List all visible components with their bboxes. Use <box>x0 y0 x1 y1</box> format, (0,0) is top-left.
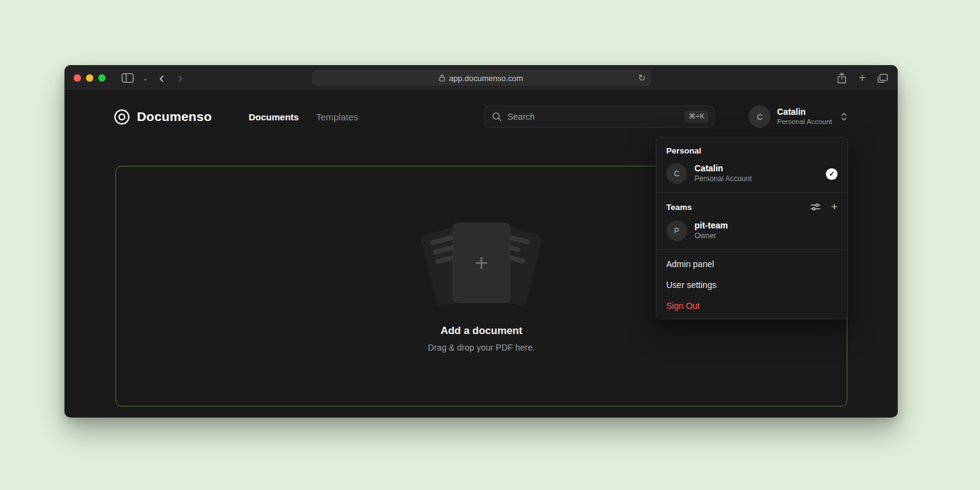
share-icon <box>837 72 847 84</box>
menu-item-admin-panel[interactable]: Admin panel <box>656 254 847 274</box>
chevron-up-down-icon <box>841 112 847 122</box>
dropzone-title: Add a document <box>440 325 522 337</box>
team-role: Owner <box>694 231 728 241</box>
nav-documents[interactable]: Documents <box>249 112 299 122</box>
account-name: Catalin <box>777 107 832 117</box>
sidebar-toggle-button[interactable] <box>122 73 134 83</box>
personal-section-label: Personal <box>656 140 847 159</box>
personal-account-name: Catalin <box>694 163 752 174</box>
documenso-logo-icon <box>114 109 130 125</box>
personal-account-subtitle: Personal Account <box>694 174 752 184</box>
zoom-window-button[interactable] <box>98 74 106 82</box>
brand-name: Documenso <box>137 109 212 124</box>
app-page: Documenso Documents Templates ⌘+K C Cata… <box>64 91 898 417</box>
selected-check-icon: ✓ <box>826 168 838 180</box>
team-avatar: P <box>666 220 687 241</box>
menu-item-sign-out[interactable]: Sign Out <box>656 295 847 316</box>
search-shortcut-badge: ⌘+K <box>685 111 709 123</box>
teams-section-label: Teams <box>666 203 692 212</box>
sidebar-icon <box>122 73 134 83</box>
menu-item-user-settings[interactable]: User settings <box>656 274 847 295</box>
team-name: pit-team <box>694 220 728 231</box>
illustration-card-center: + <box>453 223 510 303</box>
address-bar[interactable]: app.documenso.com ↻ <box>312 70 651 86</box>
personal-account-avatar: C <box>666 163 687 184</box>
search-icon <box>492 112 502 122</box>
minimize-window-button[interactable] <box>86 74 93 82</box>
nav-templates[interactable]: Templates <box>316 112 358 122</box>
sliders-icon <box>811 202 820 212</box>
personal-account-text: Catalin Personal Account <box>694 163 752 184</box>
traffic-lights <box>74 65 106 91</box>
sidebar-dropdown-caret[interactable]: ⌄ <box>142 75 148 82</box>
toolbar-nav-cluster: ⌄ ‹ › <box>122 65 185 91</box>
manage-teams-button[interactable] <box>811 202 820 212</box>
tab-overview-button[interactable] <box>877 74 888 83</box>
account-type: Personal Account <box>777 117 832 126</box>
back-button[interactable]: ‹ <box>157 71 166 85</box>
account-avatar: C <box>749 106 771 128</box>
plus-icon: + <box>475 251 488 274</box>
dropzone-subtitle: Drag & drop your PDF here. <box>428 343 535 352</box>
app-header: Documenso Documents Templates ⌘+K C Cata… <box>114 104 847 129</box>
account-text: Catalin Personal Account <box>777 107 832 126</box>
browser-toolbar: ⌄ ‹ › app.documenso.com ↻ + <box>64 65 898 91</box>
team-item[interactable]: P pit-team Owner <box>656 216 847 246</box>
toolbar-right-cluster: + <box>837 65 888 91</box>
account-menu-button[interactable]: C Catalin Personal Account <box>749 106 847 128</box>
menu-divider <box>656 249 847 250</box>
close-window-button[interactable] <box>74 74 81 82</box>
tabs-icon <box>877 74 888 83</box>
account-dropdown-menu: Personal C Catalin Personal Account ✓ Te… <box>656 137 848 319</box>
main-nav: Documents Templates <box>249 112 358 122</box>
share-button[interactable] <box>837 72 847 84</box>
browser-window: ⌄ ‹ › app.documenso.com ↻ + <box>64 65 898 418</box>
add-team-button[interactable]: + <box>831 201 838 212</box>
teams-actions: + <box>811 201 838 212</box>
menu-divider <box>656 192 847 193</box>
forward-button[interactable]: › <box>175 71 185 85</box>
reload-button[interactable]: ↻ <box>638 72 646 84</box>
personal-account-item[interactable]: C Catalin Personal Account ✓ <box>656 159 847 189</box>
brand-home-link[interactable]: Documenso <box>114 109 212 125</box>
search-box[interactable]: ⌘+K <box>484 106 714 128</box>
documents-illustration: + <box>417 220 546 311</box>
lock-icon <box>439 74 445 82</box>
url-text: app.documenso.com <box>449 74 523 83</box>
team-text: pit-team Owner <box>694 220 728 241</box>
teams-section-header: Teams + <box>656 196 847 216</box>
search-input[interactable] <box>507 112 684 122</box>
new-tab-button[interactable]: + <box>858 71 866 85</box>
